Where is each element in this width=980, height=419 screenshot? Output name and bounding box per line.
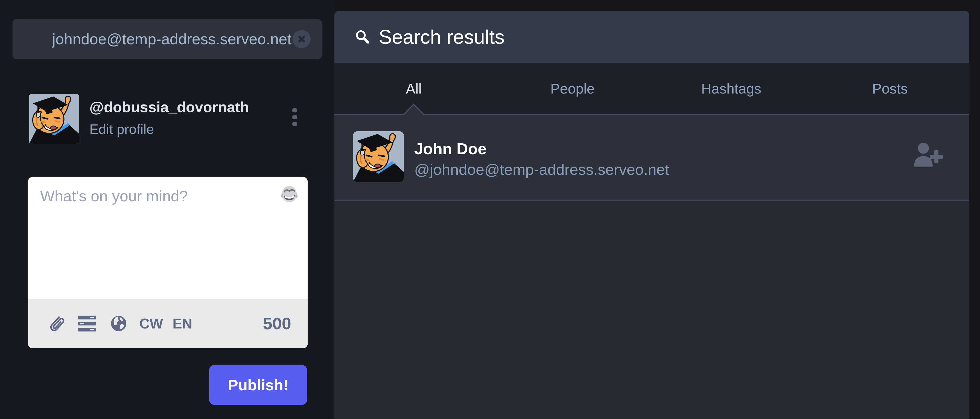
- tab-posts[interactable]: Posts: [811, 63, 970, 114]
- compose-column: johndoe@temp-address.serveo.net @dobussi…: [0, 0, 334, 419]
- search-results-panel: Search results All People Hashtags Posts…: [334, 0, 969, 419]
- edit-profile-link[interactable]: Edit profile: [89, 122, 154, 137]
- compose-toolbar: CW EN 500: [28, 299, 308, 348]
- profile-menu-button[interactable]: [289, 108, 301, 127]
- joy-emoji-icon: [280, 185, 299, 204]
- result-avatar: [353, 131, 404, 182]
- mastodon-app: johndoe@temp-address.serveo.net @dobussi…: [0, 0, 980, 419]
- elephant-avatar-image: [353, 131, 404, 182]
- elephant-avatar-image: [28, 94, 80, 144]
- poll-icon: [78, 315, 96, 331]
- search-input-clip: johndoe@temp-address.serveo.net: [29, 19, 291, 59]
- character-count: 500: [263, 315, 291, 332]
- language-button[interactable]: EN: [173, 315, 192, 332]
- paperclip-icon: [48, 314, 65, 333]
- content-warning-button[interactable]: CW: [140, 315, 163, 332]
- x-circle-icon: [297, 34, 307, 44]
- kebab-vertical-icon: [292, 108, 297, 112]
- publish-button[interactable]: Publish!: [209, 365, 307, 405]
- tab-people[interactable]: People: [493, 63, 652, 114]
- search-results-header: Search results: [334, 11, 969, 63]
- add-poll-button[interactable]: [78, 315, 96, 332]
- result-display-name: John Doe: [414, 141, 487, 157]
- right-gutter: [969, 0, 980, 419]
- emoji-picker-button[interactable]: [280, 185, 299, 204]
- privacy-button[interactable]: [110, 315, 127, 332]
- compose-form: What's on your mind? CW EN 500: [28, 177, 308, 348]
- profile-handle-link[interactable]: @dobussia_dovornath: [89, 99, 249, 115]
- person-add-icon: [912, 142, 943, 168]
- search-input[interactable]: johndoe@temp-address.serveo.net: [13, 19, 322, 59]
- results-empty-area: [334, 201, 969, 419]
- search-result-row[interactable]: John Doe @johndoe@temp-address.serveo.ne…: [334, 115, 969, 201]
- compose-placeholder: What's on your mind?: [40, 188, 188, 204]
- kebab-vertical-icon: [292, 122, 297, 126]
- globe-icon: [110, 315, 127, 332]
- clear-search-button[interactable]: [293, 30, 310, 48]
- follow-button[interactable]: [912, 142, 943, 168]
- kebab-vertical-icon: [292, 115, 297, 119]
- attach-media-button[interactable]: [47, 314, 65, 333]
- result-handle: @johndoe@temp-address.serveo.net: [414, 161, 669, 178]
- search-input-value: johndoe@temp-address.serveo.net: [52, 32, 291, 47]
- panel-top-strip: [334, 0, 969, 11]
- profile-avatar[interactable]: [28, 94, 80, 144]
- search-tabs: All People Hashtags Posts: [334, 63, 969, 114]
- tab-hashtags[interactable]: Hashtags: [652, 63, 811, 114]
- panel-title: Search results: [379, 27, 504, 47]
- search-icon: [355, 29, 371, 45]
- compose-textarea[interactable]: What's on your mind?: [28, 177, 308, 299]
